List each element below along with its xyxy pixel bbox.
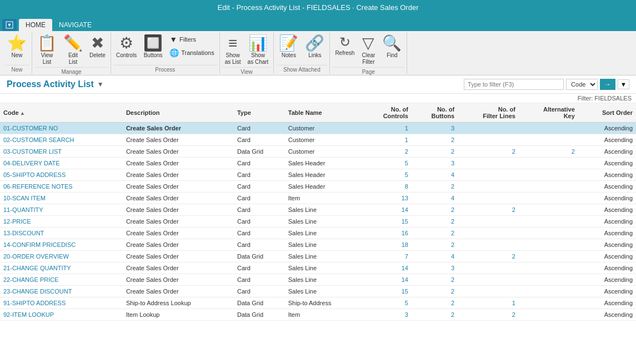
table-row[interactable]: 91-SHIPTO ADDRESSShip-to Address LookupD… [0,297,636,309]
delete-label: Delete [89,52,106,59]
filter-field-select[interactable]: Code [566,79,598,90]
table-cell: Card [234,204,285,216]
show-as-chart-button[interactable]: 📊 Showas Chart [245,33,272,66]
table-cell: 11-QUANTITY [0,204,123,216]
table-cell: Create Sales Order [123,146,234,158]
new-button[interactable]: ⭐ New [4,33,29,59]
notes-button[interactable]: 📝 Notes [276,33,301,59]
table-row[interactable]: 02-CUSTOMER SEARCHCreate Sales OrderCard… [0,134,636,146]
table-cell: Ascending [578,169,636,181]
table-row[interactable]: 22-CHANGE PRICECreate Sales OrderCardSal… [0,274,636,286]
ribbon-group-page: ↻ Refresh ▽ ClearFilter 🔍 Find Page [330,32,407,74]
ribbon-group-view: ≡ Showas List 📊 Showas Chart View [220,32,274,74]
tab-navigate[interactable]: NAVIGATE [52,19,98,31]
clear-filter-button[interactable]: ▽ ClearFilter [358,33,378,66]
controls-button[interactable]: ⚙ Controls [113,33,139,59]
table-body: 01-CUSTOMER NOCreate Sales OrderCardCust… [0,123,636,321]
clear-filter-label: ClearFilter [362,52,375,65]
show-attached-group-label: Show Attached [276,65,327,73]
table-cell: Card [234,228,285,239]
filter-input[interactable] [464,79,564,90]
app-menu-button[interactable]: ▼ [2,19,17,31]
col-header-type[interactable]: Type [234,103,285,123]
table-cell: 18 [362,239,412,251]
table-cell: 3 [412,158,458,169]
table-row[interactable]: 20-ORDER OVERVIEWCreate Sales OrderData … [0,251,636,262]
table-cell: 2 [519,146,578,158]
col-header-no-filter-lines[interactable]: No. ofFilter Lines [458,103,519,123]
filter-expand-button[interactable]: ▼ [618,79,629,89]
controls-label: Controls [116,52,137,59]
table-cell: Customer [285,146,362,158]
table-cell: Ship-to Address Lookup [123,297,234,309]
view-list-label: ViewList [41,52,53,65]
table-cell: Create Sales Order [123,181,234,193]
col-header-no-buttons[interactable]: No. ofButtons [412,103,458,123]
table-cell: Card [234,193,285,204]
table-row[interactable]: 04-DELIVERY DATECreate Sales OrderCardSa… [0,158,636,169]
links-button[interactable]: 🔗 Links [302,33,327,59]
table-row[interactable]: 11-QUANTITYCreate Sales OrderCardSales L… [0,204,636,216]
table-row[interactable]: 12-PRICECreate Sales OrderCardSales Line… [0,216,636,228]
buttons-icon: 🔲 [143,36,163,51]
table-cell: Ascending [578,274,636,286]
table-row[interactable]: 01-CUSTOMER NOCreate Sales OrderCardCust… [0,123,636,134]
table-row[interactable]: 21-CHANGE QUANTITYCreate Sales OrderCard… [0,262,636,274]
table-row[interactable]: 06-REFERENCE NOTESCreate Sales OrderCard… [0,181,636,193]
table-cell [458,274,519,286]
table-cell [519,239,578,251]
table-cell [458,158,519,169]
table-cell: 16 [362,228,412,239]
table-row[interactable]: 03-CUSTOMER LISTCreate Sales OrderData G… [0,146,636,158]
filter-go-button[interactable]: → [600,79,615,90]
tab-home[interactable]: HOME [19,19,52,31]
show-as-list-button[interactable]: ≡ Showas List [222,33,244,66]
col-header-code[interactable]: Code [0,103,123,123]
table-cell: 2 [412,181,458,193]
table-cell: 2 [412,309,458,321]
table-cell: Sales Line [285,251,362,262]
translations-icon: 🌐 [169,48,179,57]
buttons-button[interactable]: 🔲 Buttons [141,33,166,59]
table-cell: 3 [412,262,458,274]
delete-button[interactable]: ✖ Delete [87,33,108,59]
col-header-no-controls[interactable]: No. ofControls [362,103,412,123]
filters-button[interactable]: ▼ Filters [167,33,217,46]
new-group-label: New [4,65,29,73]
table-cell: Create Sales Order [123,123,234,134]
table-row[interactable]: 05-SHIPTO ADDRESSCreate Sales OrderCardS… [0,169,636,181]
find-button[interactable]: 🔍 Find [379,33,404,59]
table-cell [458,228,519,239]
table-cell: Ascending [578,146,636,158]
show-as-list-label: Showas List [225,52,241,65]
translations-button[interactable]: 🌐 Translations [167,47,217,59]
table-row[interactable]: 14-CONFIRM PRICEDISCCreate Sales OrderCa… [0,239,636,251]
edit-list-button[interactable]: ✏️ EditList [61,33,86,66]
table-container[interactable]: Code Description Type Table Name No. ofC… [0,103,636,356]
col-header-description[interactable]: Description [123,103,234,123]
table-row[interactable]: 13-DISCOUNTCreate Sales OrderCardSales L… [0,228,636,239]
col-header-table-name[interactable]: Table Name [285,103,362,123]
col-header-sort-order[interactable]: Sort Order [578,103,636,123]
table-cell: Card [234,134,285,146]
table-cell: Sales Header [285,181,362,193]
col-header-alt-key[interactable]: AlternativeKey [519,103,578,123]
table-row[interactable]: 92-ITEM LOOKUPItem LookupData GridItem32… [0,309,636,321]
page-title-dropdown[interactable]: ▼ [97,80,104,88]
table-cell: 2 [362,146,412,158]
table-cell: 02-CUSTOMER SEARCH [0,134,123,146]
ribbon-group-process: ⚙ Controls 🔲 Buttons ▼ Filters 🌐 Transla… [111,32,220,74]
links-label: Links [308,52,321,59]
table-cell: Ascending [578,193,636,204]
table-row[interactable]: 23-CHANGE DISCOUNTCreate Sales OrderCard… [0,286,636,297]
table-cell: Create Sales Order [123,286,234,297]
table-row[interactable]: 10-SCAN ITEMCreate Sales OrderCardItem13… [0,193,636,204]
table-cell: 05-SHIPTO ADDRESS [0,169,123,181]
refresh-button[interactable]: ↻ Refresh [332,33,357,57]
table-cell: Sales Line [285,274,362,286]
new-icon: ⭐ [7,36,27,51]
find-label: Find [387,52,397,59]
table-cell: Create Sales Order [123,216,234,228]
view-list-button[interactable]: 📋 ViewList [34,33,59,66]
page-header: Process Activity List ▼ Code → ▼ [0,75,636,94]
